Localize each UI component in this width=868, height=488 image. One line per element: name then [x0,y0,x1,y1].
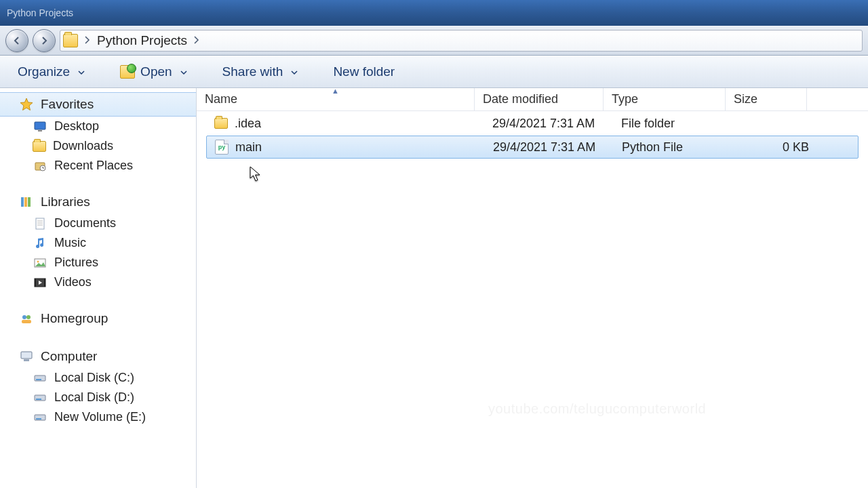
disk-icon [33,371,47,385]
svg-rect-20 [24,359,29,361]
computer-label: Computer [41,349,97,364]
file-name: main [235,140,262,155]
organize-button[interactable]: Organize [12,62,90,82]
breadcrumb-current[interactable]: Python Projects [97,33,187,48]
arrow-right-icon [39,35,50,46]
file-type: Python File [622,140,683,155]
sidebar-item-pictures[interactable]: Pictures [0,253,196,272]
libraries-label: Libraries [41,195,90,209]
svg-rect-1 [38,130,42,131]
column-header-size[interactable]: Size [726,88,807,110]
new-folder-label: New folder [333,64,395,79]
folder-icon [33,141,46,152]
share-label: Share with [222,64,283,79]
column-header-type[interactable]: Type [604,88,726,110]
svg-point-16 [22,315,26,319]
svg-rect-5 [24,197,27,207]
sidebar-head-favorites[interactable]: Favorites [0,92,196,117]
file-name: .idea [235,117,261,131]
svg-rect-14 [35,279,36,287]
sidebar-item-label: Desktop [54,119,99,134]
sidebar-head-homegroup[interactable]: Homegroup [0,307,196,330]
file-date: 29/4/2021 7:31 AM [492,117,595,131]
disk-icon [33,411,47,424]
file-list-area: Name ▲ Date modified Type Size .idea 29/… [197,88,868,488]
new-folder-button[interactable]: New folder [328,62,400,82]
pictures-icon [33,256,47,270]
folder-icon [214,118,228,129]
sidebar-group-computer: Computer Local Disk (C:) Local Disk (D:)… [0,345,196,427]
watermark: youtube.com/telugucomputerworld [488,401,706,417]
window-titlebar: Python Projects [0,0,868,26]
column-header-name[interactable]: Name ▲ [197,88,475,110]
svg-rect-0 [35,122,45,129]
svg-rect-19 [21,352,32,359]
address-bar[interactable]: Python Projects [60,30,863,52]
sidebar-item-documents[interactable]: Documents [0,214,196,233]
sidebar-head-libraries[interactable]: Libraries [0,190,196,214]
file-type: File folder [621,117,675,131]
homegroup-icon [19,312,34,325]
sidebar-item-recent-places[interactable]: Recent Places [0,156,196,176]
open-button[interactable]: Open [115,62,192,82]
svg-rect-18 [22,320,31,323]
forward-button[interactable] [33,29,56,52]
chevron-right-icon[interactable] [190,36,203,46]
sidebar-item-desktop[interactable]: Desktop [0,117,196,136]
column-header-date[interactable]: Date modified [475,88,604,110]
computer-icon [19,350,34,363]
chevron-down-icon [78,64,85,79]
sidebar-item-label: Videos [54,275,92,289]
favorites-label: Favorites [41,97,94,112]
file-size: 0 KB [783,140,809,155]
sidebar-item-label: Documents [54,216,116,230]
recent-icon [33,159,47,173]
sidebar-item-label: Downloads [53,139,113,153]
nav-row: Python Projects [0,26,868,56]
folder-icon [63,34,78,47]
svg-rect-15 [44,279,45,287]
sidebar-item-disk-c[interactable]: Local Disk (C:) [0,368,196,388]
star-icon [19,98,34,111]
open-folder-icon [120,65,135,79]
libraries-icon [19,195,34,209]
sidebar-item-label: Local Disk (D:) [54,390,134,405]
python-file-icon: py [215,140,229,155]
toolbar: Organize Open Share with New folder [0,56,868,88]
col-label: Size [734,92,757,106]
sidebar-group-homegroup: Homegroup [0,307,196,330]
file-row[interactable]: py main 29/4/2021 7:31 AM Python File 0 … [206,136,859,159]
desktop-icon [33,120,47,134]
sidebar-group-favorites: Favorites Desktop Downloads Recent Place… [0,92,196,176]
sidebar-item-videos[interactable]: Videos [0,272,196,292]
sidebar-item-downloads[interactable]: Downloads [0,136,196,156]
window-title: Python Projects [7,7,73,18]
share-with-button[interactable]: Share with [217,62,304,82]
svg-rect-7 [36,218,44,229]
svg-rect-24 [36,399,41,400]
col-label: Type [612,92,638,106]
sidebar-item-music[interactable]: Music [0,233,196,253]
svg-rect-22 [36,379,41,380]
column-headers: Name ▲ Date modified Type Size [197,88,868,111]
svg-point-12 [37,260,39,262]
sidebar-head-computer[interactable]: Computer [0,345,196,368]
svg-rect-6 [28,197,31,207]
organize-label: Organize [18,64,70,79]
homegroup-label: Homegroup [41,311,108,326]
sidebar-item-disk-e[interactable]: New Volume (E:) [0,407,196,427]
music-icon [33,237,47,250]
chevron-right-icon[interactable] [81,36,94,46]
navigation-pane: Favorites Desktop Downloads Recent Place… [0,88,197,488]
sidebar-item-disk-d[interactable]: Local Disk (D:) [0,388,196,407]
file-date: 29/4/2021 7:31 AM [493,140,595,155]
col-label: Date modified [483,92,558,106]
sidebar-group-libraries: Libraries Documents Music Pictures [0,190,196,292]
back-button[interactable] [5,29,28,52]
file-row[interactable]: .idea 29/4/2021 7:31 AM File folder [206,112,859,135]
chevron-down-icon [291,64,298,79]
videos-icon [33,276,47,289]
sidebar-item-label: Pictures [54,256,98,270]
svg-rect-26 [36,418,41,420]
arrow-left-icon [12,35,22,46]
